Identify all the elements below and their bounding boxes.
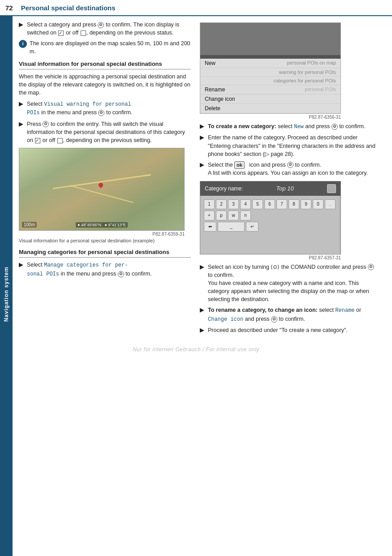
right-bullet-2: ▶ Enter the name of the category. Procee… bbox=[200, 134, 379, 158]
confirm-ctrl-icon: ⊙ bbox=[98, 22, 104, 28]
change-icon-mono: Change icon bbox=[208, 316, 243, 323]
menu-screenshot-top bbox=[200, 23, 340, 59]
key-8[interactable]: 8 bbox=[289, 199, 299, 209]
page-number: 72 bbox=[5, 4, 13, 12]
key-4[interactable]: 4 bbox=[240, 199, 251, 209]
section1-para: When the vehicle is approaching a person… bbox=[19, 73, 191, 97]
right-column: New personal POIs on map warning for per… bbox=[196, 21, 384, 337]
menu-right-personal-pois-on-map: personal POIs on map bbox=[287, 60, 336, 66]
map-coords: ● 48°45'66"N ● 9°41'13"E bbox=[76, 222, 128, 228]
bullet-text-2: Select Visual warning for personalPOIs i… bbox=[27, 100, 191, 117]
menu-item-warning: warning for personal POIs bbox=[200, 68, 340, 77]
key-n[interactable]: n bbox=[240, 211, 251, 220]
menu-item-new: New personal POIs on map bbox=[200, 59, 340, 68]
key-1[interactable]: 1 bbox=[204, 199, 215, 209]
cat-keys-row-2: + p w n bbox=[204, 211, 336, 220]
key-6[interactable]: 6 bbox=[264, 199, 275, 209]
confirm-ctrl-icon-r3: ⊙ bbox=[287, 162, 293, 168]
map-pin-icon bbox=[99, 183, 104, 191]
bullet-item-1: ▶ Select a category and press ⊙ to confi… bbox=[19, 21, 191, 37]
rename-label: To rename a category, to change an icon: bbox=[208, 307, 318, 313]
right-bullet-arrow-3: ▶ bbox=[200, 161, 206, 177]
right-bullet-1: ▶ To create a new category: select New a… bbox=[200, 122, 379, 131]
info-box: i The icons are displayed on the map sca… bbox=[19, 39, 191, 56]
cat-body: 1 2 3 4 5 6 7 8 9 0 . + p bbox=[200, 196, 340, 254]
right-bullet-3: ▶ Select the ok icon and press ⊙ to conf… bbox=[200, 161, 379, 177]
map-screenshot: 100m ● 48°45'66"N ● 9°41'13"E bbox=[19, 148, 185, 231]
cat-keyboard: 1 2 3 4 5 6 7 8 9 0 . + p bbox=[200, 196, 339, 254]
menu-img-ref: P82.87-6356-31 bbox=[200, 115, 341, 120]
cat-icons-side bbox=[339, 196, 341, 254]
key-enter[interactable]: ↵ bbox=[246, 222, 258, 232]
confirm-ctrl-icon-4: ⊙ bbox=[118, 271, 124, 277]
right-bullet-text-1: To create a new category: select New and… bbox=[208, 122, 379, 131]
bullet-text-1: Select a category and press ⊙ to confirm… bbox=[27, 21, 191, 37]
checkbox-unchecked-2-icon bbox=[57, 138, 63, 143]
cat-name-value: Top 10 bbox=[276, 185, 294, 192]
right-bullet-arrow-4: ▶ bbox=[200, 263, 206, 304]
right-bullet-text-3: Select the ok icon and press ⊙ to confir… bbox=[208, 161, 379, 177]
key-back[interactable]: ⬅ bbox=[204, 222, 216, 232]
menu-item-rename: Rename personal POIs bbox=[200, 85, 340, 95]
confirm-ctrl-icon-r1: ⊙ bbox=[332, 124, 338, 130]
key-3[interactable]: 3 bbox=[228, 199, 239, 209]
bullet-arrow-2: ▶ bbox=[19, 100, 25, 117]
bullet-arrow-3: ▶ bbox=[19, 120, 25, 144]
create-category-label: To create a new category: bbox=[208, 123, 276, 129]
confirm-ctrl-icon-r4: ⊙ bbox=[368, 264, 374, 270]
checkbox-checked-2-icon bbox=[35, 138, 40, 143]
bullet-text-3: Press ⊙ to confirm the entry. This will … bbox=[27, 120, 191, 144]
right-bullet-4: ▶ Select an icon by turning ⟨⊙⟩ the COMA… bbox=[200, 263, 379, 304]
key-7[interactable]: 7 bbox=[276, 199, 287, 209]
new-mono: New bbox=[294, 124, 304, 130]
rename-mono: Rename bbox=[335, 307, 354, 314]
menu-label-delete: Delete bbox=[205, 105, 220, 112]
key-space[interactable]: _ bbox=[218, 222, 245, 232]
bullet-arrow-4: ▶ bbox=[19, 261, 25, 278]
map-img-caption: Visual information for a personal specia… bbox=[19, 237, 185, 244]
cat-header: Category name: Top 10 bbox=[200, 181, 340, 196]
right-bullet-arrow-1: ▶ bbox=[200, 122, 206, 131]
right-bullet-arrow-6: ▶ bbox=[200, 326, 206, 335]
ok-button-icon: ok bbox=[234, 161, 245, 169]
right-bullet-text-5: To rename a category, to change an icon:… bbox=[208, 306, 379, 323]
map-img-ref: P82.87-6359-31 bbox=[19, 232, 185, 237]
right-bullet-6: ▶ Proceed as described under "To create … bbox=[200, 326, 379, 335]
right-bullet-text-6: Proceed as described under "To create a … bbox=[208, 326, 379, 335]
section1-heading: Visual information for personal special … bbox=[19, 60, 191, 67]
menu-right-rename: personal POIs bbox=[305, 86, 336, 93]
key-plus[interactable]: + bbox=[204, 211, 215, 220]
category-screenshot: Category name: Top 10 1 2 3 4 5 6 7 bbox=[200, 181, 341, 254]
key-w[interactable]: w bbox=[228, 211, 239, 220]
page-header: 72 Personal special destinations bbox=[0, 0, 392, 16]
checkbox-checked-icon bbox=[58, 30, 64, 36]
page-title: Personal special destinations bbox=[21, 4, 116, 12]
cat-icon-1 bbox=[327, 184, 336, 193]
key-2[interactable]: 2 bbox=[216, 199, 227, 209]
cat-keys-row-1: 1 2 3 4 5 6 7 8 9 0 . bbox=[204, 199, 336, 209]
bullet-item-3: ▶ Press ⊙ to confirm the entry. This wil… bbox=[19, 120, 191, 144]
bullet-arrow-1: ▶ bbox=[19, 21, 25, 37]
right-bullet-text-4: Select an icon by turning ⟨⊙⟩ the COMAND… bbox=[208, 263, 379, 304]
confirm-ctrl-icon-3: ⊙ bbox=[43, 121, 49, 127]
cat-img-ref: P82.87-6357-31 bbox=[200, 255, 341, 260]
turn-ctrl-icon: ⟨⊙⟩ bbox=[271, 264, 280, 270]
right-bullet-5: ▶ To rename a category, to change an ico… bbox=[200, 306, 379, 323]
right-bullet-arrow-5: ▶ bbox=[200, 306, 206, 323]
key-dot[interactable]: . bbox=[325, 199, 336, 209]
menu-item-delete: Delete bbox=[200, 104, 340, 113]
menu-right-warning: warning for personal POIs bbox=[279, 69, 336, 75]
right-bullet-arrow-2: ▶ bbox=[200, 134, 206, 158]
key-5[interactable]: 5 bbox=[252, 199, 263, 209]
bullet-text-4: Select Manage categories for per-sonal P… bbox=[27, 261, 191, 278]
key-9[interactable]: 9 bbox=[301, 199, 311, 209]
manage-categories-mono: Manage categories for per-sonal POIs bbox=[27, 262, 128, 277]
key-0[interactable]: 0 bbox=[313, 199, 323, 209]
info-icon: i bbox=[19, 40, 27, 48]
cat-header-label: Category name: bbox=[205, 185, 243, 192]
info-text: The icons are displayed on the map scale… bbox=[30, 39, 191, 56]
menu-item-change-icon: Change icon bbox=[200, 95, 340, 104]
confirm-ctrl-icon-r5: ⊙ bbox=[271, 316, 277, 323]
watermark: Nur für internen Gebrauch / For internal… bbox=[0, 342, 392, 356]
key-p[interactable]: p bbox=[216, 211, 227, 220]
